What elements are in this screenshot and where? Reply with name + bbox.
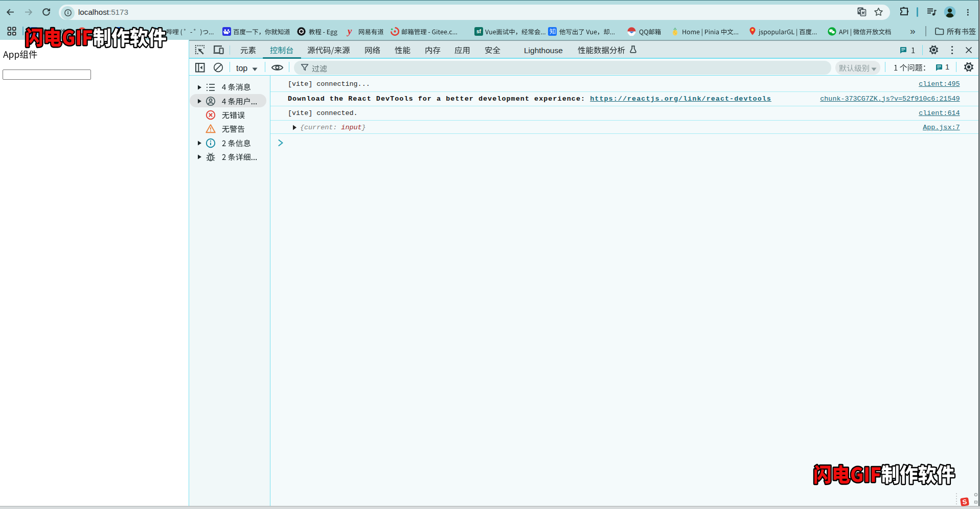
svg-text:sf: sf [476, 29, 482, 34]
